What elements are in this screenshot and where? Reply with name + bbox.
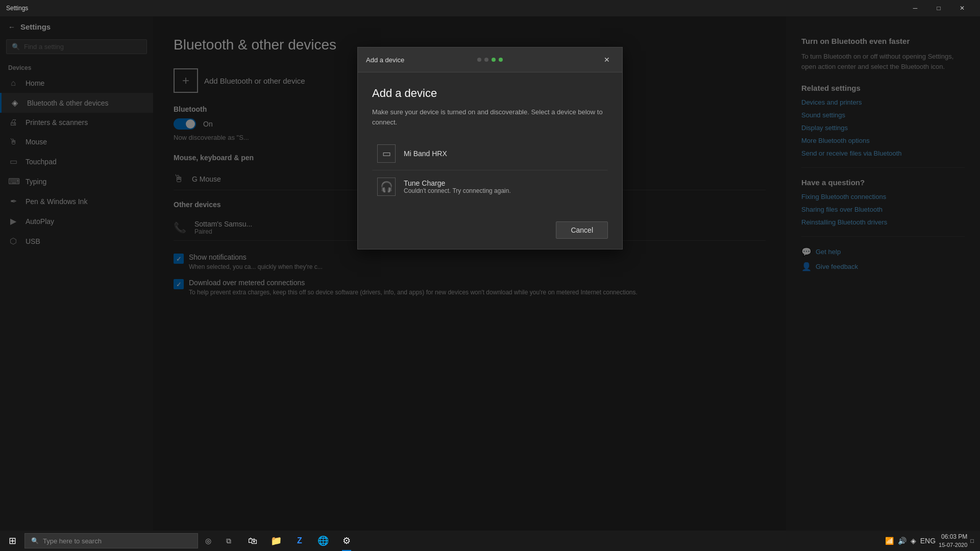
- minimize-button[interactable]: ─: [903, 0, 927, 16]
- taskbar-app-settings[interactable]: ⚙: [335, 531, 358, 551]
- taskbar-date: 15-07-2020: [939, 541, 967, 549]
- taskbar-app-chrome[interactable]: 🌐: [311, 531, 335, 551]
- tune-charge-icon: 🎧: [377, 178, 396, 196]
- maximize-button[interactable]: □: [927, 0, 950, 16]
- window-title: Settings: [6, 5, 903, 12]
- dialog-titlebar-title: Add a device: [366, 56, 404, 64]
- close-button[interactable]: ✕: [950, 0, 974, 16]
- volume-icon: 🔊: [898, 537, 906, 545]
- taskbar-search-icon: 🔍: [31, 537, 39, 544]
- taskbar-time: 06:03 PM: [939, 533, 967, 541]
- lang-label: ENG: [920, 537, 936, 545]
- dialog-instruction: Make sure your device is turned on and d…: [372, 107, 608, 127]
- dialog-close-button[interactable]: ✕: [600, 53, 614, 67]
- taskbar-search-placeholder: Type here to search: [43, 537, 102, 545]
- title-bar: Settings ─ □ ✕: [0, 0, 980, 16]
- start-button[interactable]: ⊞: [0, 531, 24, 551]
- network-icon: 📶: [885, 537, 894, 545]
- window-controls: ─ □ ✕: [903, 0, 974, 16]
- taskbar-app-files[interactable]: 📁: [264, 531, 288, 551]
- taskbar-system-tray: 📶 🔊 ◈ ENG 06:03 PM 15-07-2020 □: [879, 533, 980, 549]
- mi-band-name: Mi Band HRX: [404, 149, 447, 158]
- notification-icon[interactable]: □: [970, 538, 974, 544]
- dialog-heading: Add a device: [372, 87, 608, 100]
- mi-band-icon: ▭: [377, 144, 396, 163]
- taskbar-app-zoom[interactable]: Z: [288, 531, 311, 551]
- add-device-dialog: Add a device ✕ Add a device Make sure yo…: [357, 47, 623, 249]
- device-list-item-tune-charge[interactable]: 🎧 Tune Charge Couldn't connect. Try conn…: [372, 170, 608, 203]
- taskbar-app-store[interactable]: 🛍: [241, 531, 264, 551]
- taskbar-search-box[interactable]: 🔍 Type here to search: [24, 533, 198, 548]
- dialog-footer: Cancel: [358, 213, 622, 249]
- tune-charge-status: Couldn't connect. Try connecting again.: [404, 187, 511, 194]
- taskbar-apps: 🛍 📁 Z 🌐 ⚙: [241, 531, 358, 551]
- taskbar: ⊞ 🔍 Type here to search ◎ ⧉ 🛍 📁 Z 🌐 ⚙ 📶 …: [0, 531, 980, 551]
- modal-overlay: Add a device ✕ Add a device Make sure yo…: [0, 16, 980, 551]
- task-view-button[interactable]: ⧉: [218, 531, 239, 551]
- system-icons: 📶 🔊 ◈ ENG: [885, 537, 936, 545]
- device-list-item-mi-band[interactable]: ▭ Mi Band HRX: [372, 137, 608, 170]
- cancel-button[interactable]: Cancel: [556, 221, 608, 239]
- tune-charge-name: Tune Charge: [404, 179, 511, 187]
- bluetooth-tray-icon: ◈: [911, 537, 916, 545]
- taskbar-clock: 06:03 PM 15-07-2020: [939, 533, 967, 549]
- dialog-titlebar: Add a device ✕: [358, 47, 622, 72]
- cortana-button[interactable]: ◎: [198, 531, 218, 551]
- dialog-body: Add a device Make sure your device is tu…: [358, 72, 622, 213]
